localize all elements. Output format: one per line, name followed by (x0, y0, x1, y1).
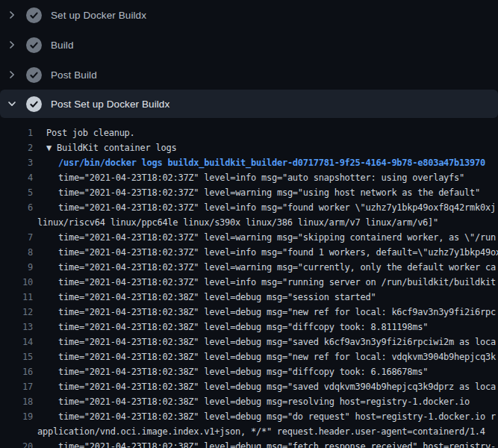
log-text: ▼ BuildKit container logs (37, 140, 498, 155)
line-number (0, 424, 37, 439)
log-line-8: 8time="2021-04-23T18:02:37Z" level=info … (0, 245, 498, 260)
step-title: Build (51, 40, 74, 51)
log-line-18: 18time="2021-04-23T18:02:38Z" level=debu… (0, 394, 498, 409)
step-row-post-build[interactable]: Post Build (0, 60, 498, 90)
log-line-continuation: linux/riscv64 linux/ppc64le linux/s390x … (0, 215, 498, 230)
line-number[interactable]: 18 (0, 394, 37, 409)
log-line-6: 6time="2021-04-23T18:02:37Z" level=info … (0, 200, 498, 215)
line-number[interactable]: 16 (0, 364, 37, 379)
log-line-19: 19time="2021-04-23T18:02:38Z" level=debu… (0, 409, 498, 424)
check-circle-icon (26, 96, 42, 112)
log-line-2: 2▼ BuildKit container logs (0, 140, 498, 155)
log-text: time="2021-04-23T18:02:38Z" level=debug … (37, 290, 498, 305)
line-number[interactable]: 14 (0, 335, 37, 349)
line-number (0, 215, 37, 230)
line-number[interactable]: 11 (0, 290, 37, 305)
log-line-12: 12time="2021-04-23T18:02:38Z" level=debu… (0, 305, 498, 320)
log-text: time="2021-04-23T18:02:38Z" level=debug … (37, 349, 498, 364)
log-viewer: 1Post job cleanup.2▼ BuildKit container … (0, 125, 498, 448)
log-text: time="2021-04-23T18:02:37Z" level=warnin… (37, 260, 498, 275)
line-number[interactable]: 4 (0, 170, 37, 185)
log-line-5: 5time="2021-04-23T18:02:37Z" level=warni… (0, 185, 498, 200)
chevron-right-icon[interactable] (6, 9, 18, 21)
log-line-17: 17time="2021-04-23T18:02:38Z" level=debu… (0, 379, 498, 394)
log-line-3: 3/usr/bin/docker logs buildx_buildkit_bu… (0, 155, 498, 170)
steps-list: Set up Docker BuildxBuildPost BuildPost … (0, 0, 498, 118)
log-text: time="2021-04-23T18:02:38Z" level=debug … (37, 364, 498, 379)
line-number[interactable]: 5 (0, 185, 37, 200)
log-line-7: 7time="2021-04-23T18:02:37Z" level=warni… (0, 230, 498, 245)
log-line-14: 14time="2021-04-23T18:02:38Z" level=debu… (0, 335, 498, 349)
line-number[interactable]: 15 (0, 349, 37, 364)
chevron-down-icon[interactable] (6, 98, 18, 110)
line-number[interactable]: 1 (0, 125, 37, 140)
line-number[interactable]: 2 (0, 140, 37, 155)
line-number[interactable]: 3 (0, 155, 37, 170)
log-text: time="2021-04-23T18:02:37Z" level=info m… (37, 245, 498, 260)
log-line-continuation: application/vnd.oci.image.index.v1+json,… (0, 424, 498, 439)
log-command-text: /usr/bin/docker logs buildx_buildkit_bui… (37, 155, 498, 170)
step-title: Set up Docker Buildx (51, 10, 146, 21)
step-title: Post Set up Docker Buildx (51, 99, 169, 110)
step-title: Post Build (51, 69, 97, 81)
line-number[interactable]: 19 (0, 409, 37, 424)
log-line-13: 13time="2021-04-23T18:02:38Z" level=debu… (0, 320, 498, 335)
line-number[interactable]: 9 (0, 260, 37, 275)
log-line-15: 15time="2021-04-23T18:02:38Z" level=debu… (0, 349, 498, 364)
chevron-right-icon[interactable] (6, 39, 18, 51)
log-text: time="2021-04-23T18:02:38Z" level=debug … (37, 379, 498, 394)
log-text: time="2021-04-23T18:02:38Z" level=debug … (37, 305, 498, 320)
log-text: time="2021-04-23T18:02:38Z" level=debug … (37, 320, 498, 335)
line-number[interactable]: 20 (0, 439, 37, 448)
check-circle-icon (26, 7, 42, 23)
log-text: time="2021-04-23T18:02:37Z" level=info m… (37, 200, 498, 215)
log-line-9: 9time="2021-04-23T18:02:37Z" level=warni… (0, 260, 498, 275)
check-circle-icon (26, 67, 42, 83)
log-text: time="2021-04-23T18:02:37Z" level=info m… (37, 275, 498, 290)
line-number[interactable]: 7 (0, 230, 37, 245)
log-text: time="2021-04-23T18:02:37Z" level=info m… (37, 170, 498, 185)
log-text: time="2021-04-23T18:02:38Z" level=debug … (37, 394, 498, 409)
log-line-4: 4time="2021-04-23T18:02:37Z" level=info … (0, 170, 498, 185)
line-number[interactable]: 10 (0, 275, 37, 290)
step-row-post-set-up-docker-buildx[interactable]: Post Set up Docker Buildx (0, 90, 498, 118)
line-number[interactable]: 13 (0, 320, 37, 335)
log-line-1: 1Post job cleanup. (0, 125, 498, 140)
log-line-10: 10time="2021-04-23T18:02:37Z" level=info… (0, 275, 498, 290)
line-number[interactable]: 8 (0, 245, 37, 260)
line-number[interactable]: 12 (0, 305, 37, 320)
log-group-toggle-icon[interactable]: ▼ (46, 143, 57, 153)
log-text: time="2021-04-23T18:02:38Z" level=debug … (37, 439, 498, 448)
line-number[interactable]: 17 (0, 379, 37, 394)
log-group-title: BuildKit container logs (57, 143, 176, 153)
log-text: linux/riscv64 linux/ppc64le linux/s390x … (37, 215, 498, 230)
actions-log-panel: Set up Docker BuildxBuildPost BuildPost … (0, 0, 498, 448)
log-text: time="2021-04-23T18:02:38Z" level=debug … (37, 335, 498, 349)
chevron-right-icon[interactable] (6, 69, 18, 81)
log-text: time="2021-04-23T18:02:38Z" level=debug … (37, 409, 498, 424)
step-row-build[interactable]: Build (0, 30, 498, 60)
line-number[interactable]: 6 (0, 200, 37, 215)
log-line-20: 20time="2021-04-23T18:02:38Z" level=debu… (0, 439, 498, 448)
step-row-set-up-docker-buildx[interactable]: Set up Docker Buildx (0, 0, 498, 30)
log-text: Post job cleanup. (37, 125, 498, 140)
log-line-16: 16time="2021-04-23T18:02:38Z" level=debu… (0, 364, 498, 379)
check-circle-icon (26, 37, 42, 53)
log-text: time="2021-04-23T18:02:37Z" level=warnin… (37, 230, 498, 245)
log-text: time="2021-04-23T18:02:37Z" level=warnin… (37, 185, 498, 200)
log-line-11: 11time="2021-04-23T18:02:38Z" level=debu… (0, 290, 498, 305)
log-text: application/vnd.oci.image.index.v1+json,… (37, 424, 498, 439)
